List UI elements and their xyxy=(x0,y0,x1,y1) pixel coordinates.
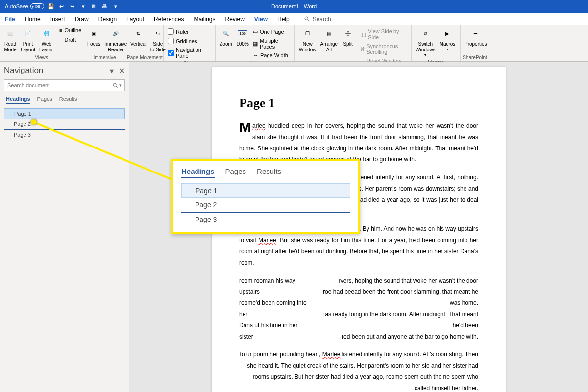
annotation-callout: Headings Pages Results Page 1 Page 2 Pag… xyxy=(172,159,360,234)
properties-button[interactable]: ☰Properties xyxy=(463,26,489,48)
search-icon xyxy=(113,83,118,88)
body-fragment: Dans ut his time in her sister xyxy=(239,320,313,343)
callout-tab-pages[interactable]: Pages xyxy=(225,167,246,178)
tab-view[interactable]: View xyxy=(249,13,272,25)
outline-button[interactable]: ≡ Outline xyxy=(57,26,83,34)
ribbon-group-page-movement: Page Movement xyxy=(126,55,163,61)
vertical-button[interactable]: ⇅Vertical xyxy=(128,26,148,48)
callout-tab-headings[interactable]: Headings xyxy=(181,167,215,178)
undo-icon[interactable]: ↩ xyxy=(58,2,66,10)
body-fragment: roome'd been coming into her xyxy=(239,297,313,320)
tab-references[interactable]: References xyxy=(149,13,189,25)
tab-file[interactable]: File xyxy=(0,13,20,25)
nav-tab-headings[interactable]: Headings xyxy=(6,96,30,104)
print-layout-icon: 📄 xyxy=(22,27,34,40)
read-mode-button[interactable]: 📖Read Mode xyxy=(2,26,19,54)
callout-tab-results[interactable]: Results xyxy=(257,167,281,178)
tab-insert[interactable]: Insert xyxy=(46,13,70,25)
tell-me-search[interactable]: Search xyxy=(304,16,331,23)
immersive-reader-button[interactable]: 🔊Immersive Reader xyxy=(102,26,129,54)
nav-headings-list: Page 1 Page 2 Page 3 xyxy=(4,108,125,140)
tab-help[interactable]: Help xyxy=(272,13,294,25)
navigation-pane: Navigation ▾ ✕ ▾ Headings Pages Results … xyxy=(0,62,129,392)
split-icon: ➗ xyxy=(342,27,354,40)
ribbon-group-views: Views xyxy=(0,55,83,61)
qat-more-icon[interactable]: ▾ xyxy=(79,2,87,10)
new-window-button[interactable]: ❐New Window xyxy=(297,26,318,54)
nav-item-page-2[interactable]: Page 2 xyxy=(4,119,125,130)
tab-review[interactable]: Review xyxy=(220,13,249,25)
sync-scrolling-button: ⇵ Synchronous Scrolling xyxy=(358,42,409,56)
properties-icon: ☰ xyxy=(469,27,482,40)
nav-item-page-1[interactable]: Page 1 xyxy=(4,108,125,119)
search-dropdown-icon[interactable]: ▾ xyxy=(118,83,122,88)
body-paragraph: Marlee huddled deep in her covers, hopin… xyxy=(239,121,478,165)
focus-button[interactable]: ▣Focus xyxy=(85,26,102,48)
gridlines-checkbox[interactable]: Gridlines xyxy=(166,37,213,45)
page-width-button[interactable]: ↔ Page Width xyxy=(251,51,293,59)
autosave-label: AutoSave xyxy=(5,3,28,9)
nav-pane-menu-icon[interactable]: ▾ xyxy=(110,66,114,75)
svg-line-3 xyxy=(116,86,118,87)
document-title: Document1 - Word xyxy=(271,3,317,9)
body-fragment: rod been out and anyone at the bar to go… xyxy=(322,331,478,343)
callout-item-page-3[interactable]: Page 3 xyxy=(181,213,350,226)
nav-tab-pages[interactable]: Pages xyxy=(37,96,52,104)
ribbon: 📖Read Mode 📄Print Layout 🌐Web Layout ≡ O… xyxy=(0,25,588,62)
body-paragraph: to ur poum her pounding heart, Marlee li… xyxy=(239,349,478,392)
nav-item-page-3[interactable]: Page 3 xyxy=(4,130,125,140)
ruler-checkbox[interactable]: Ruler xyxy=(166,27,213,36)
body-fragment: rvers, hoping the sound that woke her wa… xyxy=(322,275,478,287)
nav-pane-close-icon[interactable]: ✕ xyxy=(119,66,125,75)
web-layout-button[interactable]: 🌐Web Layout xyxy=(37,26,56,54)
search-icon xyxy=(304,16,310,22)
web-layout-icon: 🌐 xyxy=(40,27,53,40)
split-button[interactable]: ➗Split xyxy=(340,26,356,48)
tab-mailings[interactable]: Mailings xyxy=(189,13,220,25)
customize-qat-icon[interactable]: ▾ xyxy=(112,2,120,10)
zoom-100-button[interactable]: 100100% xyxy=(234,26,251,48)
ribbon-tabs: File Home Insert Draw Design Layout Refe… xyxy=(0,13,588,25)
multiple-pages-button[interactable]: ▦ Multiple Pages xyxy=(251,37,293,50)
svg-point-0 xyxy=(305,17,308,20)
ribbon-group-sharepoint: SharePoint xyxy=(461,55,489,61)
autosave-toggle[interactable]: AutoSave ● Off xyxy=(5,3,44,9)
body-fragment: room rooman his way upstairs xyxy=(239,275,313,298)
draft-button[interactable]: ≡ Draft xyxy=(57,36,83,44)
zoom-100-icon: 100 xyxy=(236,27,249,40)
svg-point-2 xyxy=(113,83,116,86)
nav-tab-results[interactable]: Results xyxy=(59,96,77,104)
redo-icon[interactable]: ↪ xyxy=(69,2,76,10)
nav-search-input[interactable] xyxy=(7,82,113,88)
macros-icon: ▶ xyxy=(441,27,454,40)
tab-layout[interactable]: Layout xyxy=(122,13,149,25)
callout-item-page-1[interactable]: Page 1 xyxy=(181,183,350,198)
annotation-marker xyxy=(30,119,37,125)
switch-windows-icon: ⧉ xyxy=(419,27,432,40)
view-side-by-side-button[interactable]: ▯▯ View Side by Side xyxy=(358,27,409,41)
callout-item-page-2[interactable]: Page 2 xyxy=(181,198,350,213)
body-fragment: tas ready foing in the dark room. After … xyxy=(322,309,478,331)
new-window-icon: ❐ xyxy=(301,27,314,40)
nav-pane-checkbox[interactable]: Navigation Pane xyxy=(166,46,213,60)
one-page-button[interactable]: ▭ One Page xyxy=(251,27,293,36)
new-doc-icon[interactable]: 🗎 xyxy=(90,2,98,10)
nav-pane-title: Navigation xyxy=(4,66,43,75)
arrange-all-button[interactable]: ▤Arrange All xyxy=(318,26,340,54)
switch-windows-button[interactable]: ⧉Switch Windows▾ xyxy=(414,26,438,59)
print-layout-button[interactable]: 📄Print Layout xyxy=(19,26,37,54)
tab-draw[interactable]: Draw xyxy=(70,13,94,25)
ribbon-group-immersive: Immersive xyxy=(83,55,126,61)
side-to-side-icon: ⇆ xyxy=(151,27,164,40)
nav-search[interactable]: ▾ xyxy=(4,79,125,91)
save-icon[interactable]: 💾 xyxy=(47,2,55,10)
svg-line-1 xyxy=(308,20,309,21)
print-icon[interactable]: 🖶 xyxy=(101,2,109,10)
vertical-icon: ⇅ xyxy=(132,27,145,40)
tab-design[interactable]: Design xyxy=(94,13,122,25)
title-bar: AutoSave ● Off 💾 ↩ ↪ ▾ 🗎 🖶 ▾ Document1 -… xyxy=(0,0,588,13)
macros-button[interactable]: ▶Macros▾ xyxy=(438,26,458,53)
zoom-button[interactable]: 🔍Zoom xyxy=(218,26,234,48)
body-fragment: roe had beead been the front door slammi… xyxy=(322,286,478,309)
tab-home[interactable]: Home xyxy=(20,13,46,25)
